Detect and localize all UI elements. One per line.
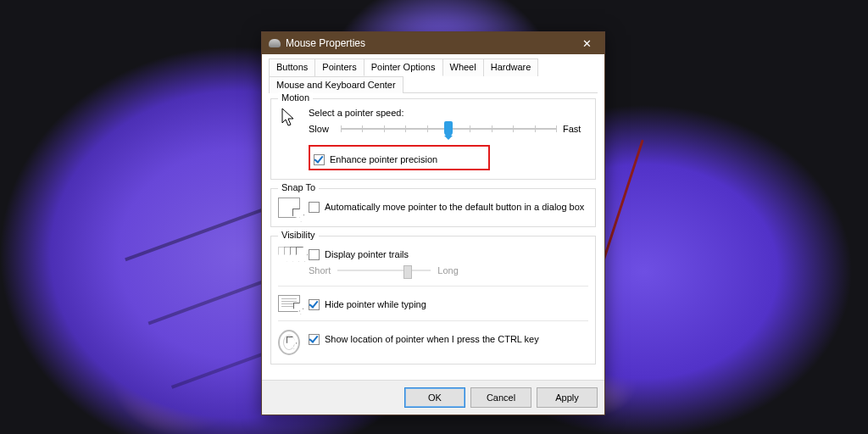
dialog-button-bar: OK Cancel Apply: [262, 380, 604, 415]
hide-pointer-label: Hide pointer while typing: [325, 298, 426, 310]
legend-motion: Motion: [278, 92, 313, 103]
hide-pointer-checkbox[interactable]: [309, 299, 320, 310]
trails-short-label: Short: [309, 265, 331, 275]
pointer-trails-icon: [278, 245, 300, 264]
trails-slider-thumb: [403, 265, 412, 279]
trails-long-label: Long: [437, 265, 458, 275]
tab-mouse-keyboard-center[interactable]: Mouse and Keyboard Center: [269, 76, 403, 93]
tab-pointer-options[interactable]: Pointer Options: [364, 58, 443, 76]
speed-slider-thumb[interactable]: [444, 121, 453, 136]
hide-pointer-icon: [278, 295, 300, 312]
snap-to-label: Automatically move pointer to the defaul…: [325, 201, 584, 213]
tab-buttons[interactable]: Buttons: [269, 58, 315, 76]
mouse-properties-dialog: Mouse Properties ✕ Buttons Pointers Poin…: [261, 31, 605, 415]
ctrl-locate-label: Show location of pointer when I press th…: [325, 333, 539, 345]
separator: [278, 286, 588, 287]
ctrl-locate-checkbox[interactable]: [309, 334, 320, 345]
pointer-trails-slider: [337, 264, 431, 277]
ctrl-locate-icon: [278, 330, 300, 355]
cancel-button[interactable]: Cancel: [470, 387, 531, 408]
close-button[interactable]: ✕: [569, 32, 604, 54]
tab-hardware[interactable]: Hardware: [483, 58, 539, 76]
tab-pointers[interactable]: Pointers: [314, 58, 364, 76]
pointer-speed-slider[interactable]: [341, 121, 556, 136]
separator: [278, 320, 588, 321]
group-snap-to: Snap To Automatically move pointer to th…: [270, 188, 596, 227]
speed-slow-label: Slow: [309, 124, 334, 134]
desktop: Mouse Properties ✕ Buttons Pointers Poin…: [0, 0, 868, 434]
snap-to-icon: [278, 198, 300, 218]
apply-button[interactable]: Apply: [537, 387, 598, 408]
group-visibility: Visibility Display pointer trails Short: [270, 236, 596, 364]
mouse-icon: [269, 39, 281, 47]
pointer-trails-label: Display pointer trails: [325, 248, 409, 260]
dialog-client: Buttons Pointers Pointer Options Wheel H…: [262, 54, 604, 380]
window-title: Mouse Properties: [286, 37, 569, 49]
tab-wheel[interactable]: Wheel: [442, 58, 484, 76]
ok-button[interactable]: OK: [404, 387, 465, 408]
pointer-speed-label: Select a pointer speed:: [309, 108, 588, 118]
speed-fast-label: Fast: [563, 124, 588, 134]
snap-to-checkbox[interactable]: [309, 202, 320, 213]
cursor-icon: [281, 108, 298, 128]
close-icon: ✕: [582, 37, 592, 50]
enhance-precision-label: Enhance pointer precision: [330, 153, 437, 165]
legend-snap: Snap To: [278, 182, 319, 192]
tab-strip: Buttons Pointers Pointer Options Wheel H…: [269, 58, 598, 93]
titlebar[interactable]: Mouse Properties ✕: [262, 32, 604, 54]
legend-visibility: Visibility: [278, 230, 319, 240]
enhance-precision-highlight: Enhance pointer precision: [309, 145, 490, 170]
group-motion: Motion Select a pointer speed: Slow: [270, 98, 596, 180]
pointer-trails-checkbox[interactable]: [309, 249, 320, 260]
enhance-precision-checkbox[interactable]: [314, 154, 325, 165]
